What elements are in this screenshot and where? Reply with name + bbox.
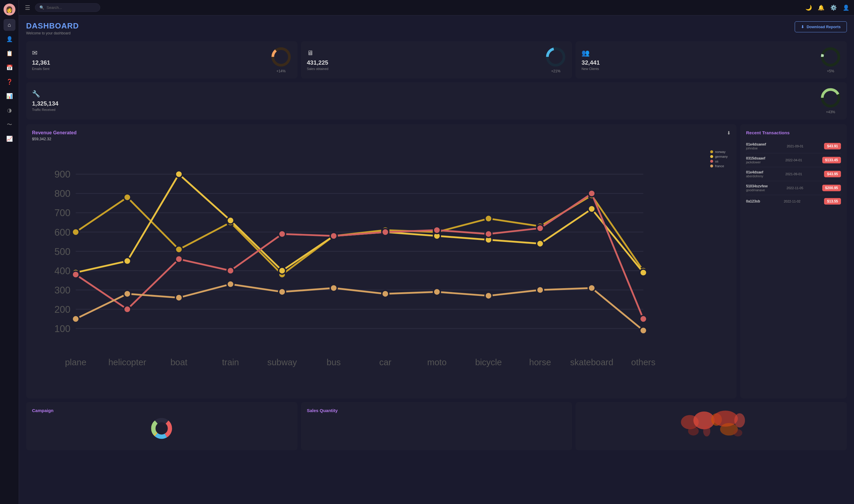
svg-text:others: others bbox=[631, 357, 656, 367]
sidebar-item-users[interactable]: 👤 bbox=[3, 33, 15, 45]
gear-icon[interactable]: ⚙️ bbox=[830, 4, 837, 11]
campaign-chart-placeholder bbox=[32, 416, 291, 440]
svg-point-70 bbox=[485, 230, 492, 237]
svg-point-38 bbox=[72, 229, 79, 236]
svg-point-97 bbox=[688, 427, 699, 435]
svg-text:400: 400 bbox=[55, 266, 71, 276]
svg-point-62 bbox=[72, 271, 79, 278]
legend-dot bbox=[710, 160, 713, 163]
legend-label: norway bbox=[715, 150, 725, 154]
sidebar-item-help[interactable]: ❓ bbox=[3, 76, 15, 88]
transaction-item: 01e4dsaef aberdohnny 2021-09-01 $43.95 bbox=[746, 167, 841, 181]
avatar[interactable]: 👩 bbox=[3, 3, 15, 15]
svg-text:moto: moto bbox=[427, 357, 447, 367]
content: DASHBOARD Welcome to your dashboard ⬇ Do… bbox=[19, 15, 854, 504]
svg-point-79 bbox=[330, 285, 337, 292]
page-header: DASHBOARD Welcome to your dashboard ⬇ Do… bbox=[26, 21, 847, 35]
tx-user: johndoe bbox=[746, 146, 766, 150]
main-area: ☰ 🔍 🌙 🔔 ⚙️ 👤 DASHBOARD Welcome to your d… bbox=[19, 0, 854, 504]
download-icon: ⬇ bbox=[801, 24, 804, 29]
svg-point-61 bbox=[640, 269, 647, 276]
tx-id: 0315dsaaef bbox=[746, 156, 765, 160]
tx-id: 0a123sb bbox=[746, 199, 760, 203]
sales-quantity-title: Sales Quantity bbox=[307, 408, 566, 413]
svg-text:boat: boat bbox=[171, 357, 188, 367]
traffic-value: 1,325,134 bbox=[32, 100, 58, 107]
svg-text:300: 300 bbox=[55, 285, 71, 295]
moon-icon[interactable]: 🌙 bbox=[805, 4, 812, 11]
tx-amount: $43.95 bbox=[824, 171, 841, 177]
svg-point-39 bbox=[124, 194, 131, 201]
svg-point-82 bbox=[485, 292, 492, 300]
stat-info: ✉ 12,361 Emails Sent bbox=[32, 49, 50, 71]
svg-point-60 bbox=[588, 205, 595, 213]
nav-icons: 🌙 🔔 ⚙️ 👤 bbox=[805, 4, 849, 11]
tx-date: 2022-11-02 bbox=[779, 199, 805, 203]
download-reports-button[interactable]: ⬇ Download Reports bbox=[795, 21, 847, 32]
sidebar-item-contacts[interactable]: 📋 bbox=[3, 48, 15, 59]
user-icon[interactable]: 👤 bbox=[843, 4, 849, 11]
tx-info: 01e4dsaewf johndoe bbox=[746, 142, 766, 150]
tx-info: 0315dsaaef jackdower bbox=[746, 156, 765, 164]
traffic-stat-row: 🔧 1,325,134 Traffic Received +43% bbox=[26, 82, 847, 120]
legend-label: germany bbox=[715, 155, 728, 158]
sidebar-item-reports[interactable]: 📈 bbox=[3, 133, 15, 145]
download-chart-icon[interactable]: ⬇ bbox=[727, 130, 731, 136]
svg-text:subway: subway bbox=[267, 357, 297, 367]
bell-icon[interactable]: 🔔 bbox=[818, 4, 824, 11]
sidebar-item-home[interactable]: ⌂ bbox=[3, 19, 15, 31]
revenue-chart-amount: $59,342.32 bbox=[32, 137, 76, 141]
search-box[interactable]: 🔍 bbox=[35, 3, 100, 12]
tx-id: 01e4dsaewf bbox=[746, 142, 766, 146]
bottom-row: Campaign Sales Quantity bbox=[26, 402, 847, 450]
svg-text:200: 200 bbox=[55, 304, 71, 315]
stat-icon: 👥 bbox=[582, 49, 600, 57]
line-chart-wrap: 100200300400500600700800900planehelicopt… bbox=[32, 147, 731, 393]
svg-point-67 bbox=[330, 232, 337, 239]
stat-percent: +14% bbox=[277, 69, 286, 73]
stat-chart: +14% bbox=[271, 47, 291, 73]
search-icon: 🔍 bbox=[39, 5, 44, 10]
svg-point-76 bbox=[176, 294, 183, 301]
transactions-card: Recent Transactions 01e4dsaewf johndoe 2… bbox=[740, 124, 847, 398]
tx-amount: $43.91 bbox=[824, 143, 841, 149]
svg-point-59 bbox=[537, 240, 544, 247]
sidebar-item-pie[interactable]: ◑ bbox=[3, 104, 15, 116]
svg-point-66 bbox=[279, 230, 286, 237]
map-card bbox=[575, 402, 847, 450]
svg-point-53 bbox=[227, 217, 234, 224]
svg-point-52 bbox=[176, 171, 183, 178]
tx-user: aberdohnny bbox=[746, 174, 763, 178]
svg-text:600: 600 bbox=[55, 227, 71, 238]
sidebar-item-trends[interactable]: 〜 bbox=[3, 119, 15, 130]
tx-user: goodmanave bbox=[746, 188, 768, 192]
hamburger-icon[interactable]: ☰ bbox=[24, 3, 32, 13]
svg-point-65 bbox=[227, 267, 234, 274]
svg-point-84 bbox=[588, 285, 595, 292]
stat-value: 12,361 bbox=[32, 59, 50, 66]
stat-icon: ✉ bbox=[32, 49, 50, 57]
legend-label: france bbox=[715, 164, 724, 168]
svg-point-54 bbox=[279, 267, 286, 274]
stat-info: 🖥 431,225 Sales obtained bbox=[307, 49, 328, 71]
tx-date: 2021-09-01 bbox=[781, 172, 807, 176]
svg-point-81 bbox=[433, 288, 441, 295]
svg-point-75 bbox=[124, 290, 131, 298]
svg-point-77 bbox=[227, 281, 234, 288]
svg-point-78 bbox=[279, 288, 286, 295]
tx-id: 51034szvfew bbox=[746, 184, 768, 188]
page-subtitle: Welcome to your dashboard bbox=[26, 31, 79, 35]
sidebar-item-calendar[interactable]: 📅 bbox=[3, 62, 15, 73]
svg-point-63 bbox=[124, 306, 131, 313]
tx-date: 2021-09-01 bbox=[782, 144, 808, 148]
stat-card-emails-sent: ✉ 12,361 Emails Sent +14% bbox=[26, 41, 298, 78]
sidebar-item-analytics[interactable]: 📊 bbox=[3, 90, 15, 102]
charts-row: Revenue Generated $59,342.32 ⬇ 100200300… bbox=[26, 124, 847, 398]
svg-text:100: 100 bbox=[55, 323, 71, 334]
stat-card-new-clients: 👥 32,441 New Clients +5% bbox=[575, 41, 847, 78]
line-chart-svg: 100200300400500600700800900planehelicopt… bbox=[32, 147, 731, 392]
traffic-chart: +43% bbox=[820, 88, 841, 114]
legend-item: us bbox=[710, 160, 728, 163]
search-input[interactable] bbox=[47, 5, 94, 10]
stat-label: Sales obtained bbox=[307, 67, 328, 71]
